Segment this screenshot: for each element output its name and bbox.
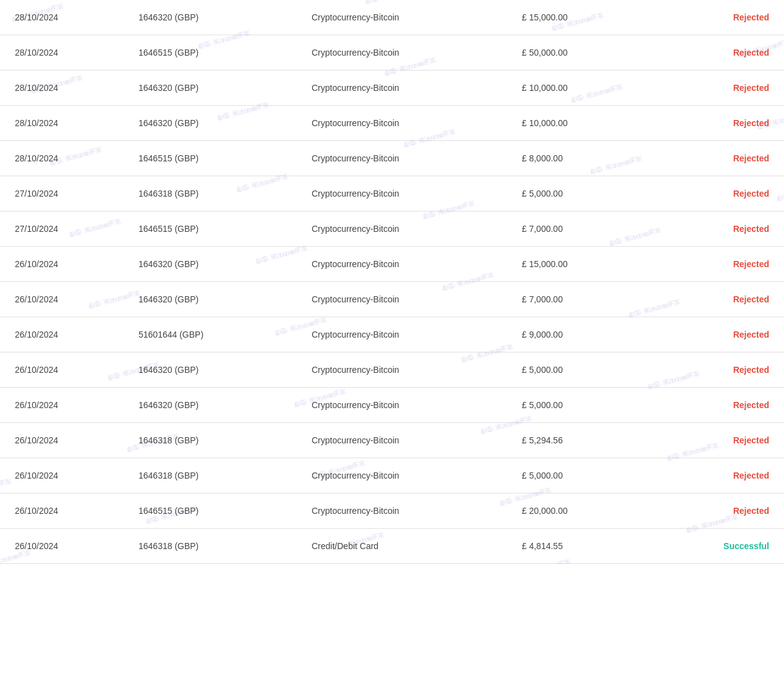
- table-row: 26/10/20241646320 (GBP)Cryptocurrency-Bi…: [0, 247, 784, 282]
- cell-amount: £ 7,000.00: [507, 282, 643, 317]
- cell-status: Rejected: [643, 317, 784, 352]
- cell-type: Cryptocurrency-Bitcoin: [297, 141, 507, 176]
- table-row: 26/10/202451601644 (GBP)Cryptocurrency-B…: [0, 317, 784, 352]
- cell-amount: £ 15,000.00: [507, 0, 643, 35]
- cell-account: 1646318 (GBP): [124, 529, 297, 564]
- cell-amount: £ 5,000.00: [507, 352, 643, 388]
- table-row: 26/10/20241646320 (GBP)Cryptocurrency-Bi…: [0, 388, 784, 423]
- table-row: 28/10/20241646320 (GBP)Cryptocurrency-Bi…: [0, 106, 784, 141]
- table-row: 26/10/20241646318 (GBP)Credit/Debit Card…: [0, 529, 784, 564]
- cell-amount: £ 4,814.55: [507, 529, 643, 564]
- cell-account: 1646515 (GBP): [124, 35, 297, 70]
- cell-date: 27/10/2024: [0, 176, 124, 211]
- cell-status: Rejected: [643, 388, 784, 423]
- cell-amount: £ 7,000.00: [507, 211, 643, 247]
- cell-type: Credit/Debit Card: [297, 529, 507, 564]
- cell-status: Rejected: [643, 423, 784, 458]
- cell-date: 26/10/2024: [0, 282, 124, 317]
- cell-amount: £ 15,000.00: [507, 247, 643, 282]
- table-row: 28/10/20241646515 (GBP)Cryptocurrency-Bi…: [0, 35, 784, 70]
- cell-amount: £ 10,000.00: [507, 106, 643, 141]
- cell-date: 26/10/2024: [0, 493, 124, 529]
- cell-status: Rejected: [643, 247, 784, 282]
- cell-account: 1646320 (GBP): [124, 388, 297, 423]
- cell-date: 28/10/2024: [0, 141, 124, 176]
- cell-date: 28/10/2024: [0, 106, 124, 141]
- cell-account: 1646515 (GBP): [124, 211, 297, 247]
- cell-date: 28/10/2024: [0, 70, 124, 106]
- cell-status: Rejected: [643, 106, 784, 141]
- cell-account: 1646515 (GBP): [124, 493, 297, 529]
- table-row: 26/10/20241646318 (GBP)Cryptocurrency-Bi…: [0, 458, 784, 493]
- cell-account: 1646320 (GBP): [124, 352, 297, 388]
- cell-type: Cryptocurrency-Bitcoin: [297, 282, 507, 317]
- cell-status: Rejected: [643, 141, 784, 176]
- cell-amount: £ 5,000.00: [507, 458, 643, 493]
- cell-date: 26/10/2024: [0, 423, 124, 458]
- cell-type: Cryptocurrency-Bitcoin: [297, 352, 507, 388]
- cell-status: Successful: [643, 529, 784, 564]
- table-row: 26/10/20241646320 (GBP)Cryptocurrency-Bi…: [0, 352, 784, 388]
- cell-amount: £ 9,000.00: [507, 317, 643, 352]
- cell-type: Cryptocurrency-Bitcoin: [297, 211, 507, 247]
- cell-amount: £ 50,000.00: [507, 35, 643, 70]
- cell-status: Rejected: [643, 282, 784, 317]
- cell-status: Rejected: [643, 0, 784, 35]
- table-row: 26/10/20241646318 (GBP)Cryptocurrency-Bi…: [0, 423, 784, 458]
- cell-date: 26/10/2024: [0, 352, 124, 388]
- transactions-table-container: áG KnowFX ⊙G KnowFX 28/10/20241646320 (G…: [0, 0, 784, 564]
- cell-account: 1646318 (GBP): [124, 423, 297, 458]
- cell-account: 1646515 (GBP): [124, 141, 297, 176]
- cell-type: Cryptocurrency-Bitcoin: [297, 423, 507, 458]
- cell-account: 1646320 (GBP): [124, 106, 297, 141]
- cell-type: Cryptocurrency-Bitcoin: [297, 388, 507, 423]
- cell-status: Rejected: [643, 458, 784, 493]
- cell-date: 27/10/2024: [0, 211, 124, 247]
- cell-type: Cryptocurrency-Bitcoin: [297, 493, 507, 529]
- cell-amount: £ 5,000.00: [507, 176, 643, 211]
- cell-type: Cryptocurrency-Bitcoin: [297, 247, 507, 282]
- cell-status: Rejected: [643, 35, 784, 70]
- table-row: 26/10/20241646515 (GBP)Cryptocurrency-Bi…: [0, 493, 784, 529]
- cell-type: Cryptocurrency-Bitcoin: [297, 176, 507, 211]
- transactions-table: 28/10/20241646320 (GBP)Cryptocurrency-Bi…: [0, 0, 784, 564]
- cell-status: Rejected: [643, 211, 784, 247]
- cell-status: Rejected: [643, 70, 784, 106]
- table-row: 26/10/20241646320 (GBP)Cryptocurrency-Bi…: [0, 282, 784, 317]
- cell-account: 51601644 (GBP): [124, 317, 297, 352]
- cell-type: Cryptocurrency-Bitcoin: [297, 0, 507, 35]
- cell-amount: £ 8,000.00: [507, 141, 643, 176]
- cell-amount: £ 10,000.00: [507, 70, 643, 106]
- cell-type: Cryptocurrency-Bitcoin: [297, 35, 507, 70]
- cell-account: 1646320 (GBP): [124, 247, 297, 282]
- cell-type: Cryptocurrency-Bitcoin: [297, 458, 507, 493]
- cell-type: Cryptocurrency-Bitcoin: [297, 106, 507, 141]
- table-row: 27/10/20241646515 (GBP)Cryptocurrency-Bi…: [0, 211, 784, 247]
- cell-amount: £ 20,000.00: [507, 493, 643, 529]
- cell-amount: £ 5,294.56: [507, 423, 643, 458]
- table-row: 28/10/20241646320 (GBP)Cryptocurrency-Bi…: [0, 70, 784, 106]
- cell-date: 28/10/2024: [0, 0, 124, 35]
- cell-status: Rejected: [643, 352, 784, 388]
- cell-status: Rejected: [643, 493, 784, 529]
- cell-date: 26/10/2024: [0, 458, 124, 493]
- cell-type: Cryptocurrency-Bitcoin: [297, 70, 507, 106]
- cell-date: 26/10/2024: [0, 388, 124, 423]
- cell-account: 1646318 (GBP): [124, 176, 297, 211]
- cell-account: 1646320 (GBP): [124, 282, 297, 317]
- cell-date: 26/10/2024: [0, 529, 124, 564]
- table-row: 27/10/20241646318 (GBP)Cryptocurrency-Bi…: [0, 176, 784, 211]
- cell-amount: £ 5,000.00: [507, 388, 643, 423]
- table-row: 28/10/20241646320 (GBP)Cryptocurrency-Bi…: [0, 0, 784, 35]
- cell-date: 26/10/2024: [0, 317, 124, 352]
- cell-account: 1646320 (GBP): [124, 0, 297, 35]
- cell-account: 1646320 (GBP): [124, 70, 297, 106]
- cell-type: Cryptocurrency-Bitcoin: [297, 317, 507, 352]
- cell-status: Rejected: [643, 176, 784, 211]
- cell-date: 26/10/2024: [0, 247, 124, 282]
- cell-account: 1646318 (GBP): [124, 458, 297, 493]
- cell-date: 28/10/2024: [0, 35, 124, 70]
- table-row: 28/10/20241646515 (GBP)Cryptocurrency-Bi…: [0, 141, 784, 176]
